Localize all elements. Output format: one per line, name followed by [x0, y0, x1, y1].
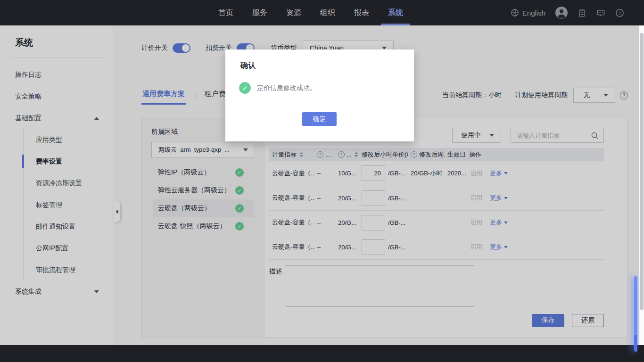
scrollbar-thumb[interactable]	[640, 33, 644, 310]
blue-edge-indicator	[634, 276, 637, 352]
confirm-dialog: 确认 ✓ 定价信息修改成功。 确定	[225, 49, 414, 141]
dialog-title: 确认	[240, 61, 256, 71]
scrollbar-track	[639, 25, 644, 345]
dialog-message: 定价信息修改成功。	[257, 84, 316, 92]
dialog-body: ✓ 定价信息修改成功。	[239, 82, 316, 94]
success-check-icon: ✓	[239, 82, 251, 94]
dialog-ok-button[interactable]: 确定	[302, 112, 337, 126]
